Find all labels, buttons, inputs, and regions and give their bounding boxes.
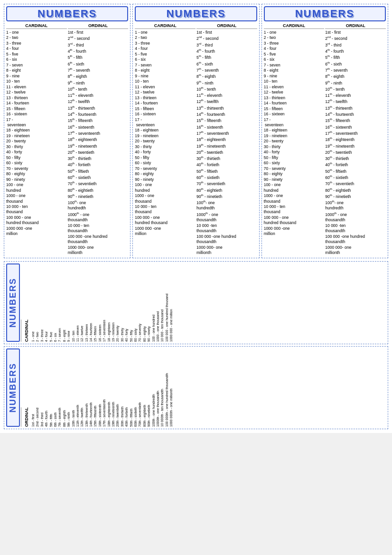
ordinal-header-rotated: ORDINAL (21, 407, 30, 427)
title-2: NUMBERS (135, 6, 257, 21)
title-rotated-ordinal: NUMBERS (6, 348, 20, 427)
ordinal-header-1: ORDINAL (68, 23, 129, 29)
title-1: NUMBERS (6, 6, 128, 21)
cardinal-col-1: CARDINAL 1 - one 2 - two 3 - three 4 - f… (6, 23, 67, 256)
panel-1: NUMBERS CARDINAL 1 - one 2 - two 3 - thr… (4, 4, 131, 258)
title-rotated-cardinal: NUMBERS (6, 263, 20, 342)
page: NUMBERS CARDINAL 1 - one 2 - two 3 - thr… (0, 0, 392, 433)
bottom-cardinal-strip: NUMBERS CARDINAL 1 - one 2 - two 3 - thr… (4, 261, 388, 344)
top-section: NUMBERS CARDINAL 1 - one 2 - two 3 - thr… (4, 4, 388, 258)
card-entry: 1 - one (6, 30, 67, 35)
ordinal-col-2: ORDINAL 1st - first 2nd - second 3rd - t… (196, 23, 257, 256)
panel-3: NUMBERS CARDINAL 1 - one 2 - two 3 - thr… (261, 4, 388, 258)
panel-2: NUMBERS CARDINAL 1 - one 2 - two 3 - thr… (132, 4, 259, 258)
cardinal-col-3: CARDINAL 1 - one 2 - two 3 - three 4 - f… (264, 23, 325, 256)
ordinal-col-1: ORDINAL 1st - first 2nd - second 3rd - t… (68, 23, 129, 256)
cardinal-col-2: CARDINAL 1 - one 2 - two 3 - three 4 - f… (135, 23, 196, 256)
ordinal-col-3: ORDINAL 1st - first 2nd - second 3rd - t… (325, 23, 386, 256)
cardinal-header-rotated: CARDINAL (21, 320, 30, 342)
bottom-ordinal-strip: NUMBERS ORDINAL 1st - first 2nd - second… (4, 346, 388, 429)
title-3: NUMBERS (264, 6, 386, 21)
cardinal-header-1: CARDINAL (6, 23, 67, 29)
